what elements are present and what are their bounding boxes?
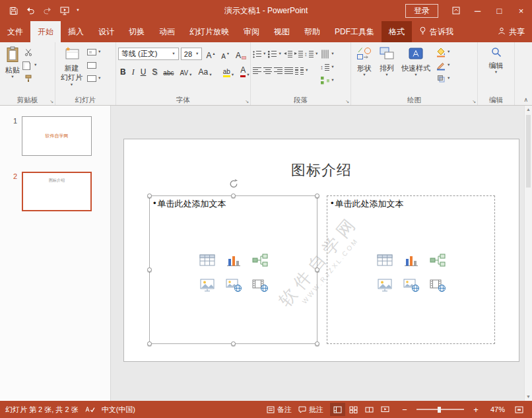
tab-pdf-tools[interactable]: PDF工具集 bbox=[327, 21, 382, 42]
align-center-button[interactable] bbox=[263, 65, 272, 76]
comments-button[interactable]: 批注 bbox=[298, 405, 323, 415]
reading-view-button[interactable] bbox=[362, 403, 377, 416]
drawing-dialog-launcher[interactable]: ↘ bbox=[472, 99, 476, 104]
slide-canvas[interactable]: 图标介绍 软件自学网 WWW.RJZXL.COM • 单击此处添加文本 bbox=[123, 139, 519, 362]
share-button[interactable]: 共享 bbox=[490, 21, 532, 42]
slide-thumbnail-2[interactable]: 2 图标介绍 bbox=[9, 172, 110, 211]
tab-tell-me[interactable]: 告诉我 bbox=[412, 21, 461, 42]
font-size-select[interactable]: 28 ▼ bbox=[181, 48, 203, 60]
cut-button[interactable] bbox=[24, 47, 37, 57]
underline-button[interactable]: U bbox=[139, 64, 149, 77]
line-spacing-button[interactable]: ▼ bbox=[305, 49, 318, 59]
notes-button[interactable]: 备注 bbox=[267, 405, 292, 415]
change-case-button[interactable]: Aa▼ bbox=[197, 64, 215, 77]
font-dialog-launcher[interactable]: ↘ bbox=[245, 99, 249, 104]
text-highlight-color-button[interactable]: ab▼ bbox=[221, 64, 237, 77]
insert-picture-icon[interactable] bbox=[198, 277, 216, 293]
insert-table-icon[interactable] bbox=[376, 252, 394, 268]
content-placeholder-right[interactable]: • 单击此处添加文本 bbox=[327, 195, 495, 344]
slide-thumbnail-1[interactable]: 1 软件自学网 bbox=[9, 116, 110, 156]
format-painter-button[interactable] bbox=[24, 73, 37, 84]
numbering-button[interactable]: ▼ bbox=[268, 49, 281, 59]
tab-file[interactable]: 文件 bbox=[0, 21, 30, 42]
normal-view-button[interactable] bbox=[330, 403, 345, 416]
selection-handle-s[interactable] bbox=[231, 341, 236, 346]
minimize-button[interactable]: ─ bbox=[467, 0, 488, 21]
strikethrough-button[interactable]: abc bbox=[161, 64, 176, 77]
bullets-button[interactable]: ▼ bbox=[253, 49, 266, 59]
shape-effects-button[interactable]: ▼ bbox=[436, 73, 450, 84]
ribbon-display-options-button[interactable] bbox=[445, 0, 467, 21]
text-direction-button[interactable]: ▼ bbox=[321, 49, 334, 59]
tab-animations[interactable]: 动画 bbox=[152, 21, 182, 42]
clear-formatting-button[interactable]: A bbox=[234, 48, 248, 61]
slide-number-status[interactable]: 幻灯片 第 2 张, 共 2 张 bbox=[5, 405, 79, 415]
slide-sorter-view-button[interactable] bbox=[346, 403, 361, 416]
zoom-in-button[interactable]: + bbox=[471, 405, 481, 414]
scrollbar-thumb[interactable] bbox=[526, 115, 531, 188]
spellcheck-icon[interactable] bbox=[85, 405, 95, 414]
zoom-slider[interactable] bbox=[416, 405, 464, 414]
insert-chart-icon[interactable] bbox=[224, 252, 243, 268]
editing-button[interactable]: 编辑 ▼ bbox=[486, 44, 507, 95]
zoom-out-button[interactable]: − bbox=[399, 405, 410, 414]
text-shadow-button[interactable]: S bbox=[150, 64, 159, 77]
slide-title[interactable]: 图标介绍 bbox=[124, 160, 519, 180]
login-button[interactable]: 登录 bbox=[405, 4, 438, 18]
clipboard-dialog-launcher[interactable]: ↘ bbox=[50, 99, 53, 104]
italic-button[interactable]: I bbox=[130, 64, 137, 77]
slide-thumbnail-preview[interactable]: 软件自学网 bbox=[22, 116, 92, 156]
scroll-up-arrow-icon[interactable]: ▲ bbox=[525, 106, 532, 114]
tab-home[interactable]: 开始 bbox=[30, 21, 61, 42]
shape-outline-button[interactable]: ▼ bbox=[436, 60, 450, 71]
language-status[interactable]: 中文(中国) bbox=[102, 405, 135, 415]
selection-handle-ne[interactable] bbox=[315, 193, 319, 198]
zoom-slider-thumb[interactable] bbox=[438, 407, 441, 413]
insert-smartart-icon[interactable] bbox=[251, 252, 269, 268]
vertical-scrollbar[interactable]: ▲ ▼ bbox=[524, 106, 532, 401]
selection-handle-e[interactable] bbox=[315, 267, 319, 272]
selection-handle-w[interactable] bbox=[147, 267, 152, 272]
copy-button[interactable]: ▼ bbox=[24, 60, 37, 71]
insert-chart-icon[interactable] bbox=[402, 252, 420, 268]
shapes-button[interactable]: 形状 ▼ bbox=[353, 44, 376, 95]
insert-video-icon[interactable] bbox=[428, 277, 447, 293]
collapse-ribbon-button[interactable]: ∧ bbox=[523, 96, 528, 103]
font-name-select[interactable]: 等线 (正文) ▼ bbox=[118, 48, 179, 60]
insert-video-icon[interactable] bbox=[251, 277, 269, 293]
font-color-button[interactable]: A▼ bbox=[238, 64, 251, 77]
tab-transitions[interactable]: 切换 bbox=[121, 21, 152, 42]
quick-styles-button[interactable]: 快速样式 ▼ bbox=[398, 44, 434, 95]
maximize-button[interactable]: □ bbox=[488, 0, 510, 21]
justify-button[interactable] bbox=[284, 65, 293, 76]
slide-layout-button[interactable]: ▼ bbox=[87, 47, 101, 57]
decrease-font-size-button[interactable]: A▼ bbox=[219, 48, 232, 61]
close-button[interactable]: × bbox=[510, 0, 532, 21]
zoom-percentage[interactable]: 47% bbox=[488, 405, 505, 413]
insert-picture-icon[interactable] bbox=[376, 277, 394, 293]
online-pictures-icon[interactable] bbox=[402, 277, 420, 293]
content-placeholder-left[interactable]: • 单击此处添加文本 bbox=[149, 195, 317, 344]
align-text-button[interactable]: ▼ bbox=[321, 62, 334, 73]
fit-slide-to-window-button[interactable] bbox=[512, 403, 527, 416]
start-slideshow-icon[interactable] bbox=[57, 3, 73, 18]
placeholder-prompt[interactable]: • 单击此处添加文本 bbox=[331, 198, 404, 210]
tab-insert[interactable]: 插入 bbox=[61, 21, 91, 42]
redo-icon[interactable] bbox=[40, 3, 55, 18]
tab-slideshow[interactable]: 幻灯片放映 bbox=[182, 21, 236, 42]
tab-design[interactable]: 设计 bbox=[91, 21, 121, 42]
paste-button[interactable]: 粘贴 ▼ bbox=[2, 44, 23, 95]
tab-format[interactable]: 格式 bbox=[382, 21, 412, 42]
selection-handle-nw[interactable] bbox=[147, 193, 152, 198]
tab-review[interactable]: 审阅 bbox=[236, 21, 267, 42]
undo-icon[interactable] bbox=[22, 3, 38, 18]
selection-handle-n[interactable] bbox=[231, 193, 236, 198]
section-button[interactable]: ▼ bbox=[87, 73, 101, 84]
selection-handle-sw[interactable] bbox=[147, 341, 152, 346]
columns-button[interactable]: ▼ bbox=[295, 65, 308, 76]
tab-help[interactable]: 帮助 bbox=[297, 21, 327, 42]
bold-button[interactable]: B bbox=[118, 64, 128, 77]
increase-font-size-button[interactable]: A▲ bbox=[204, 48, 217, 61]
customize-qat-icon[interactable]: ▼ bbox=[74, 3, 82, 18]
align-left-button[interactable] bbox=[253, 65, 261, 76]
